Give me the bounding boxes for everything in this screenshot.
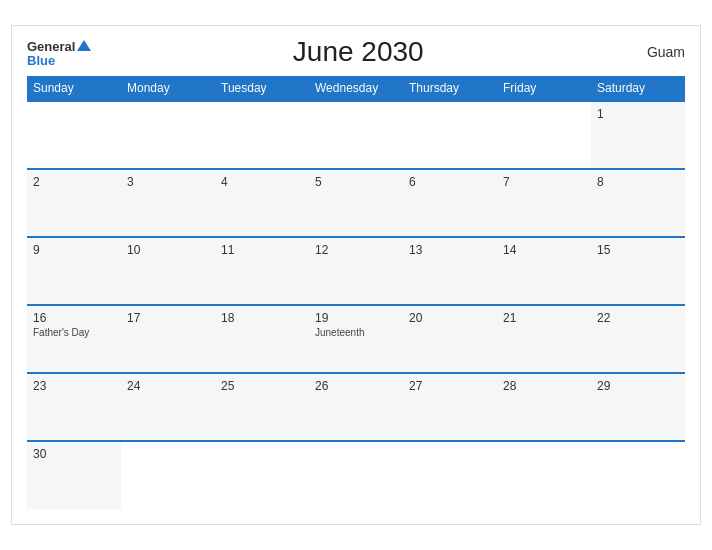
calendar-cell: 22: [591, 305, 685, 373]
calendar-cell: 5: [309, 169, 403, 237]
weekday-header-friday: Friday: [497, 76, 591, 101]
day-number: 13: [409, 243, 491, 257]
calendar-cell: 14: [497, 237, 591, 305]
calendar-cell: 10: [121, 237, 215, 305]
week-row-6: 30: [27, 441, 685, 509]
calendar-cell: [403, 441, 497, 509]
day-number: 3: [127, 175, 209, 189]
day-number: 22: [597, 311, 679, 325]
week-row-4: 16Father's Day171819Juneteenth202122: [27, 305, 685, 373]
calendar-cell: 16Father's Day: [27, 305, 121, 373]
day-number: 8: [597, 175, 679, 189]
calendar-cell: 27: [403, 373, 497, 441]
calendar-cell: 20: [403, 305, 497, 373]
day-number: 5: [315, 175, 397, 189]
day-number: 19: [315, 311, 397, 325]
day-number: 21: [503, 311, 585, 325]
calendar-cell: 23: [27, 373, 121, 441]
calendar-cell: 9: [27, 237, 121, 305]
day-number: 24: [127, 379, 209, 393]
calendar-cell: 2: [27, 169, 121, 237]
weekday-header-thursday: Thursday: [403, 76, 497, 101]
day-number: 27: [409, 379, 491, 393]
calendar-cell: 19Juneteenth: [309, 305, 403, 373]
day-number: 29: [597, 379, 679, 393]
day-number: 28: [503, 379, 585, 393]
day-number: 20: [409, 311, 491, 325]
day-number: 15: [597, 243, 679, 257]
calendar-cell: 12: [309, 237, 403, 305]
day-number: 17: [127, 311, 209, 325]
calendar-cell: [121, 101, 215, 169]
day-number: 1: [597, 107, 679, 121]
day-number: 23: [33, 379, 115, 393]
calendar-header: General Blue June 2030 Guam: [27, 36, 685, 68]
calendar-cell: 7: [497, 169, 591, 237]
day-number: 11: [221, 243, 303, 257]
calendar-cell: [497, 441, 591, 509]
weekday-header-saturday: Saturday: [591, 76, 685, 101]
calendar-cell: 1: [591, 101, 685, 169]
calendar-region: Guam: [625, 44, 685, 60]
calendar-cell: 3: [121, 169, 215, 237]
day-number: 4: [221, 175, 303, 189]
logo-general: General: [27, 38, 91, 54]
day-number: 26: [315, 379, 397, 393]
day-event: Juneteenth: [315, 327, 397, 338]
calendar-cell: [497, 101, 591, 169]
calendar-cell: [403, 101, 497, 169]
weekday-header-sunday: Sunday: [27, 76, 121, 101]
calendar-cell: [215, 441, 309, 509]
calendar-cell: [215, 101, 309, 169]
day-number: 14: [503, 243, 585, 257]
calendar-cell: [27, 101, 121, 169]
weekday-header-tuesday: Tuesday: [215, 76, 309, 101]
calendar-cell: 18: [215, 305, 309, 373]
calendar-cell: 15: [591, 237, 685, 305]
calendar-cell: 24: [121, 373, 215, 441]
calendar-cell: [309, 441, 403, 509]
weekday-header-monday: Monday: [121, 76, 215, 101]
calendar-cell: 13: [403, 237, 497, 305]
day-number: 2: [33, 175, 115, 189]
day-number: 25: [221, 379, 303, 393]
calendar-cell: 17: [121, 305, 215, 373]
calendar-cell: 21: [497, 305, 591, 373]
calendar-cell: [591, 441, 685, 509]
logo: General Blue: [27, 38, 91, 67]
calendar-cell: 30: [27, 441, 121, 509]
day-number: 30: [33, 447, 115, 461]
calendar-cell: 6: [403, 169, 497, 237]
day-number: 12: [315, 243, 397, 257]
week-row-2: 2345678: [27, 169, 685, 237]
week-row-1: 1: [27, 101, 685, 169]
calendar-cell: 28: [497, 373, 591, 441]
day-event: Father's Day: [33, 327, 115, 338]
calendar-container: General Blue June 2030 Guam SundayMonday…: [11, 25, 701, 525]
day-number: 16: [33, 311, 115, 325]
day-number: 6: [409, 175, 491, 189]
week-row-3: 9101112131415: [27, 237, 685, 305]
calendar-table: SundayMondayTuesdayWednesdayThursdayFrid…: [27, 76, 685, 509]
day-number: 18: [221, 311, 303, 325]
calendar-cell: 4: [215, 169, 309, 237]
day-number: 7: [503, 175, 585, 189]
logo-triangle-icon: [77, 40, 91, 51]
logo-blue: Blue: [27, 54, 91, 67]
weekday-header-row: SundayMondayTuesdayWednesdayThursdayFrid…: [27, 76, 685, 101]
calendar-cell: 11: [215, 237, 309, 305]
weekday-header-wednesday: Wednesday: [309, 76, 403, 101]
calendar-cell: [309, 101, 403, 169]
calendar-cell: 26: [309, 373, 403, 441]
day-number: 9: [33, 243, 115, 257]
calendar-cell: [121, 441, 215, 509]
calendar-title: June 2030: [91, 36, 625, 68]
day-number: 10: [127, 243, 209, 257]
calendar-cell: 25: [215, 373, 309, 441]
week-row-5: 23242526272829: [27, 373, 685, 441]
calendar-cell: 29: [591, 373, 685, 441]
calendar-cell: 8: [591, 169, 685, 237]
